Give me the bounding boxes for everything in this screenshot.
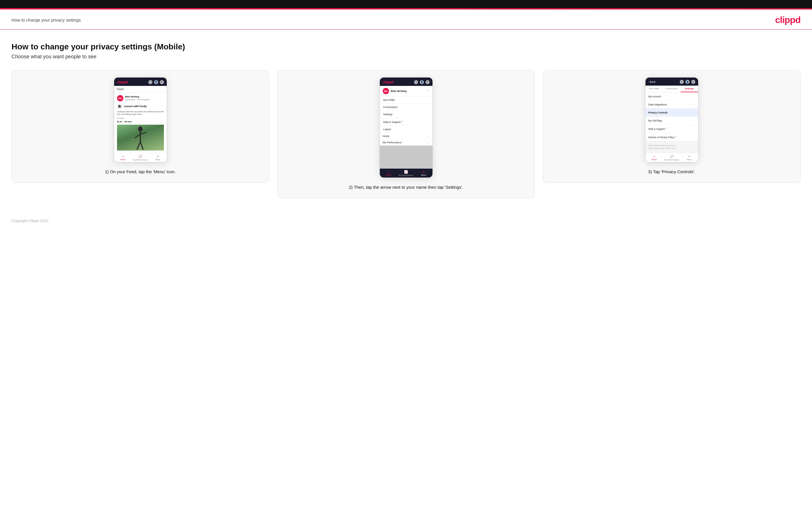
home-icon-3: ⌂ <box>653 155 655 158</box>
header: How to change your privacy settings clip… <box>0 9 812 30</box>
phone3-icons: 🔍 👤 ⚙ <box>680 80 695 84</box>
menu-icon-3: ≡ <box>689 155 690 158</box>
phone2-logo: clippd <box>383 80 394 84</box>
back-button[interactable]: ‹ Back <box>648 80 656 83</box>
menu-settings-label: Settings <box>383 113 393 116</box>
tab-connections[interactable]: Connections <box>663 86 680 92</box>
step-3: ‹ Back 🔍 👤 ⚙ My Profile Connections Sett… <box>543 70 801 183</box>
lesson-icon: 🎥 <box>117 104 122 109</box>
copyright-text: Copyright Clippd 2022 <box>11 219 49 223</box>
main-content: How to change your privacy settings (Mob… <box>0 30 812 210</box>
tab-my-profile[interactable]: My Profile <box>646 86 663 92</box>
phone3-header: ‹ Back 🔍 👤 ⚙ <box>646 77 698 86</box>
chart-icon-3: 📈 <box>670 155 674 158</box>
user-left: BM Blair McHarg <box>383 88 407 94</box>
chart-icon-2: 📈 <box>404 170 408 174</box>
phone1-icons: 🔍 👤 ⚙ <box>148 80 164 84</box>
settings-item-my-account[interactable]: My Account › <box>646 93 698 101</box>
nav-home[interactable]: ⌂ Home <box>114 155 132 161</box>
phone2-nav-performance-label: My Performance <box>399 174 413 176</box>
nav-performance-section: My Performance <box>383 141 402 144</box>
search-icon-3[interactable]: 🔍 <box>680 80 684 84</box>
person-icon-2[interactable]: 👤 <box>420 80 424 84</box>
settings-item-service-privacy[interactable]: Service & Privacy Policy ↗ <box>646 133 698 141</box>
header-title: How to change your privacy settings <box>11 17 81 22</box>
phone2-bg-content <box>380 146 433 169</box>
settings-item-privacy-controls[interactable]: Privacy Controls › <box>646 109 698 117</box>
lesson-row: 🎥 Lesson with Fordy <box>117 104 164 109</box>
nav-menu-label: Menu <box>155 159 160 161</box>
search-icon-2[interactable]: 🔍 <box>414 80 418 84</box>
phone3-nav-performance-label: My Performance <box>664 159 679 161</box>
steps-container: clippd 🔍 👤 ⚙ Feed BM Blair <box>11 70 801 199</box>
feed-bar: Feed <box>114 86 167 93</box>
menu-item-help[interactable]: Help & Support ↗ <box>380 118 433 126</box>
settings-icon[interactable]: ⚙ <box>160 80 164 84</box>
person-icon-3[interactable]: 👤 <box>686 80 690 84</box>
settings-item-my-golf-bag[interactable]: My Golf Bag › <box>646 117 698 125</box>
phone3-nav-home-label: Home <box>652 159 657 161</box>
phone2-nav-home-label: Home <box>386 174 391 176</box>
settings-item-data-integrations[interactable]: Data Integrations › <box>646 101 698 109</box>
step-2: clippd 🔍 👤 ⚙ BM Blair McHarg ⌃ <box>277 70 535 199</box>
user-name: Blair McHarg <box>125 95 150 98</box>
phone3-nav-menu[interactable]: ≡ Menu <box>680 155 698 161</box>
step-1-caption: 1) On your Feed, tap the 'Menu' icon. <box>105 169 176 175</box>
nav-section-performance[interactable]: My Performance ⌄ <box>380 139 433 146</box>
my-golf-bag-label: My Golf Bag <box>648 119 662 122</box>
svg-point-0 <box>138 126 143 131</box>
settings-icon-3[interactable]: ⚙ <box>691 80 695 84</box>
service-privacy-label: Service & Privacy Policy ↗ <box>648 135 677 139</box>
phone3-nav-menu-label: Menu <box>687 159 692 161</box>
user-name-2: Blair McHarg <box>391 90 407 93</box>
nav-menu[interactable]: ≡ Menu <box>149 155 167 161</box>
golf-image <box>117 125 164 151</box>
chevron-my-golf-bag: › <box>694 119 695 122</box>
step-2-caption: 2) Then, tap the arrow next to your name… <box>349 184 463 190</box>
phone2-user-row: BM Blair McHarg ⌃ <box>380 86 433 97</box>
phone2-nav-performance[interactable]: 📈 My Performance <box>397 170 415 176</box>
person-icon[interactable]: 👤 <box>154 80 158 84</box>
menu-item-connections[interactable]: Connections <box>380 104 433 111</box>
phone2-nav-home[interactable]: ⌂ Home <box>380 170 397 176</box>
phone2-bottom-nav: ⌂ Home 📈 My Performance ✕ Menu <box>380 169 433 177</box>
chevron-privacy-controls: › <box>694 111 695 114</box>
menu-connections-label: Connections <box>383 106 398 109</box>
duration-label: Duration <box>117 117 164 119</box>
phone1-bottom-nav: ⌂ Home 📈 My Performance ≡ Menu <box>114 153 167 162</box>
svg-line-2 <box>135 134 140 138</box>
lesson-desc: Looking to feel like my hands are exitin… <box>117 110 164 115</box>
chart-icon: 📈 <box>138 155 142 158</box>
nav-home-label: Home <box>120 159 125 161</box>
my-account-label: My Account <box>648 95 661 98</box>
chevron-data-integrations: › <box>694 103 695 106</box>
phone3-nav-performance[interactable]: 📈 My Performance <box>663 155 680 161</box>
user-sub: Yesterday · Sunningdale <box>125 98 150 101</box>
phone-mockup-2: clippd 🔍 👤 ⚙ BM Blair McHarg ⌃ <box>379 77 433 178</box>
collapse-arrow[interactable]: ⌃ <box>427 89 429 93</box>
post-user-row: BM Blair McHarg Yesterday · Sunningdale <box>117 95 164 101</box>
chevron-my-account: › <box>694 95 695 98</box>
tab-settings[interactable]: Settings <box>680 86 698 92</box>
phone1-header: clippd 🔍 👤 ⚙ <box>114 77 167 86</box>
svg-line-5 <box>140 142 143 150</box>
phone2-icons: 🔍 👤 ⚙ <box>414 80 429 84</box>
home-icon: ⌂ <box>122 155 124 158</box>
settings-item-help-support[interactable]: Help & Support ↗ <box>646 125 698 133</box>
nav-performance[interactable]: 📈 My Performance <box>132 155 149 161</box>
feed-label: Feed <box>117 88 123 91</box>
phone2-nav-close[interactable]: ✕ Menu <box>415 170 433 176</box>
settings-icon-2[interactable]: ⚙ <box>425 80 429 84</box>
menu-profile-label: My Profile <box>383 99 395 101</box>
menu-icon: ≡ <box>157 155 159 158</box>
search-icon[interactable]: 🔍 <box>148 80 152 84</box>
phone1-logo: clippd <box>117 80 128 84</box>
home-icon-2: ⌂ <box>388 170 390 173</box>
menu-item-settings[interactable]: Settings <box>380 111 433 118</box>
menu-item-profile[interactable]: My Profile <box>380 97 433 104</box>
nav-section-home[interactable]: Home ⌄ <box>380 133 433 139</box>
phone3-nav-home[interactable]: ⌂ Home <box>646 155 663 161</box>
help-support-label: Help & Support ↗ <box>648 127 667 130</box>
logo: clippd <box>775 15 801 25</box>
menu-item-logout[interactable]: Logout <box>380 126 433 133</box>
